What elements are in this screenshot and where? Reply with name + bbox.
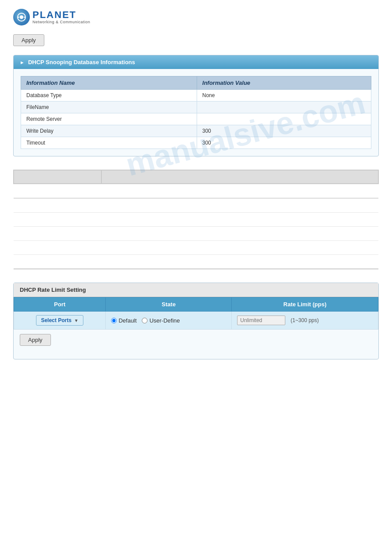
state-cell: Default User-Define [106,312,232,330]
logo-text: PLANET Networking & Communication [32,10,90,24]
rate-section-header: DHCP Rate Limit Setting [14,283,378,297]
rate-cell: (1~300 pps) [232,312,378,330]
dhcp-snooping-section: ► DHCP Snooping Database Informations In… [13,55,379,156]
port-col-header: Port [14,297,106,312]
info-value-col-header: Information Value [197,76,371,90]
dhcp-section-title: DHCP Snooping Database Informations [28,59,135,65]
info-value-cell: None [197,90,371,102]
dhcp-info-table: Information Name Information Value Datab… [21,76,371,149]
table-row [14,213,378,227]
select-ports-button[interactable]: Select Ports ▼ [36,315,83,326]
rate-limit-row: Select Ports ▼ Default User [14,312,378,330]
info-name-cell: Database Type [21,90,197,102]
info-value-cell: 300 [197,137,371,149]
table-row [14,198,378,213]
section-arrow-icon: ► [20,60,25,65]
table-row: Database TypeNone [21,90,371,102]
rate-limit-table: Port State Rate Limit (pps) Select Ports… [14,297,378,330]
logo-subtitle: Networking & Communication [32,20,90,24]
faded-col1-header [14,170,101,184]
rate-hint: (1~300 pps) [291,317,319,323]
table-row [14,227,378,241]
top-apply-button[interactable]: Apply [13,34,44,46]
state-radio-group: Default User-Define [111,317,226,324]
dhcp-section-header: ► DHCP Snooping Database Informations [14,55,378,69]
table-row [14,255,378,269]
faded-col2-header [101,170,378,184]
default-radio[interactable] [111,318,117,323]
logo-icon [13,9,30,25]
info-name-cell: FileName [21,102,197,113]
dropdown-arrow-icon: ▼ [74,318,79,323]
rate-apply-button[interactable]: Apply [20,334,51,346]
info-name-cell: Write Delay [21,125,197,137]
table-row [14,241,378,255]
rate-limit-section: DHCP Rate Limit Setting Port State Rate … [13,283,379,359]
userdefine-radio-text: User-Define [149,317,180,324]
state-col-header: State [106,297,232,312]
dhcp-section-content: Information Name Information Value Datab… [14,69,378,156]
faded-table [13,170,379,269]
userdefine-radio-label[interactable]: User-Define [142,317,180,324]
userdefine-radio[interactable] [142,318,147,323]
table-row [14,184,378,198]
rate-apply-row: Apply [14,330,378,359]
rate-limit-input[interactable] [237,316,285,325]
table-row: Remote Server [21,113,371,125]
info-value-cell: 300 [197,125,371,137]
rate-col-header: Rate Limit (pps) [232,297,378,312]
port-cell: Select Ports ▼ [14,312,106,330]
info-value-cell [197,113,371,125]
default-radio-text: Default [119,317,137,324]
table-row: FileName [21,102,371,113]
info-name-cell: Remote Server [21,113,197,125]
table-row: Timeout300 [21,137,371,149]
select-ports-label: Select Ports [41,317,71,323]
logo-title: PLANET [32,10,90,20]
svg-point-1 [20,15,23,19]
default-radio-label[interactable]: Default [111,317,137,324]
info-value-cell [197,102,371,113]
table-row: Write Delay300 [21,125,371,137]
info-name-col-header: Information Name [21,76,197,90]
logo-area: PLANET Networking & Communication [13,9,379,25]
info-name-cell: Timeout [21,137,197,149]
faded-table-section [13,170,379,269]
